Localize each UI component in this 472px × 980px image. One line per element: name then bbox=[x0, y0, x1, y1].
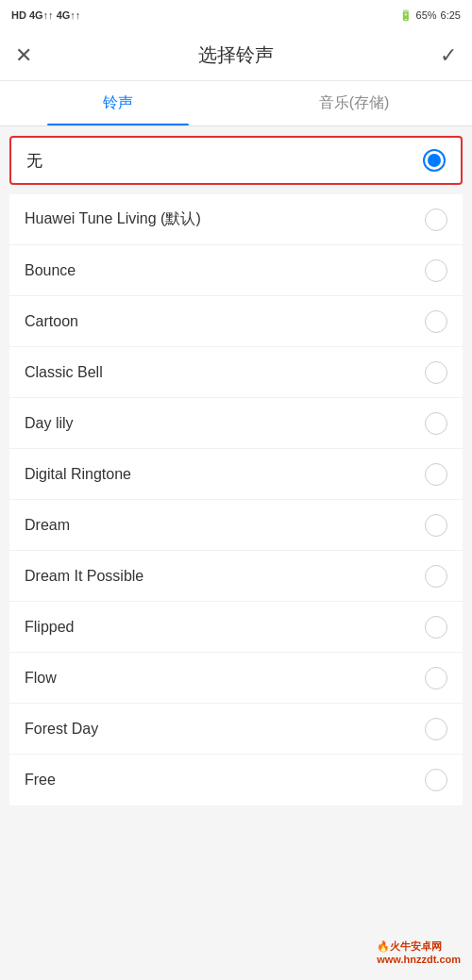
tab-music[interactable]: 音乐(存储) bbox=[236, 81, 472, 125]
status-bar-right: 🔋 65% 6:25 bbox=[399, 9, 461, 22]
tab-ringtone-label: 铃声 bbox=[103, 93, 133, 113]
radio-empty bbox=[425, 208, 447, 231]
ringtone-label: Digital Ringtone bbox=[25, 466, 131, 483]
list-item[interactable]: Bounce bbox=[9, 245, 463, 296]
status-bar: HD 4G↑↑ 4G↑↑ 🔋 65% 6:25 bbox=[0, 0, 472, 30]
radio-empty bbox=[425, 361, 447, 384]
ringtone-label: Flipped bbox=[25, 619, 74, 636]
tab-ringtone[interactable]: 铃声 bbox=[0, 81, 236, 125]
radio-empty bbox=[425, 310, 447, 333]
list-item[interactable]: Forest Day bbox=[9, 704, 463, 755]
carrier-text: HD 4G↑↑ 4G↑↑ bbox=[11, 9, 80, 21]
tabs-container: 铃声 音乐(存储) bbox=[0, 81, 472, 126]
ringtone-label: Forest Day bbox=[25, 721, 98, 738]
ringtone-label: Day lily bbox=[25, 415, 74, 432]
battery-text: 65% bbox=[416, 9, 437, 21]
time-text: 6:25 bbox=[441, 9, 461, 21]
list-item[interactable]: Huawei Tune Living (默认) bbox=[9, 194, 463, 245]
watermark-text: 🔥火牛安卓网 bbox=[377, 940, 442, 952]
ringtone-label: Dream bbox=[25, 517, 70, 534]
selected-none-item[interactable]: 无 bbox=[9, 136, 463, 185]
radio-empty bbox=[425, 769, 447, 791]
ringtone-label: Cartoon bbox=[25, 313, 78, 330]
radio-empty bbox=[425, 412, 447, 435]
list-item[interactable]: Cartoon bbox=[9, 296, 463, 347]
ringtone-label: Classic Bell bbox=[25, 364, 103, 381]
radio-empty bbox=[425, 616, 447, 639]
list-item[interactable]: Classic Bell bbox=[9, 347, 463, 398]
confirm-button[interactable]: ✓ bbox=[440, 43, 457, 68]
battery-icon: 🔋 bbox=[399, 9, 413, 22]
radio-inner-dot bbox=[428, 154, 441, 167]
radio-empty bbox=[425, 718, 447, 740]
ringtone-label: Dream It Possible bbox=[25, 568, 143, 585]
list-item[interactable]: Dream It Possible bbox=[9, 551, 463, 602]
radio-empty bbox=[425, 514, 447, 537]
header: ✕ 选择铃声 ✓ bbox=[0, 30, 472, 81]
ringtone-label: Free bbox=[25, 772, 56, 789]
watermark: 🔥火牛安卓网 www.hnzzdt.com bbox=[377, 939, 461, 965]
ringtone-label: Flow bbox=[25, 670, 57, 687]
close-button[interactable]: ✕ bbox=[15, 43, 32, 68]
ringtone-list: Huawei Tune Living (默认) Bounce Cartoon C… bbox=[9, 194, 463, 806]
status-bar-left: HD 4G↑↑ 4G↑↑ bbox=[11, 9, 80, 21]
list-item[interactable]: Flipped bbox=[9, 602, 463, 653]
radio-empty bbox=[425, 565, 447, 588]
ringtone-label: Huawei Tune Living (默认) bbox=[25, 209, 201, 229]
list-item[interactable]: Digital Ringtone bbox=[9, 449, 463, 500]
list-item[interactable]: Free bbox=[9, 755, 463, 806]
radio-empty bbox=[425, 667, 447, 689]
tab-music-label: 音乐(存储) bbox=[319, 93, 390, 113]
watermark-url: www.hnzzdt.com bbox=[377, 954, 461, 965]
list-item[interactable]: Flow bbox=[9, 653, 463, 704]
radio-empty bbox=[425, 463, 447, 486]
list-item[interactable]: Day lily bbox=[9, 398, 463, 449]
radio-empty bbox=[425, 259, 447, 282]
selected-radio bbox=[423, 149, 446, 172]
list-item[interactable]: Dream bbox=[9, 500, 463, 551]
page-title: 选择铃声 bbox=[198, 42, 274, 68]
selected-none-label: 无 bbox=[26, 150, 42, 172]
ringtone-label: Bounce bbox=[25, 262, 76, 279]
